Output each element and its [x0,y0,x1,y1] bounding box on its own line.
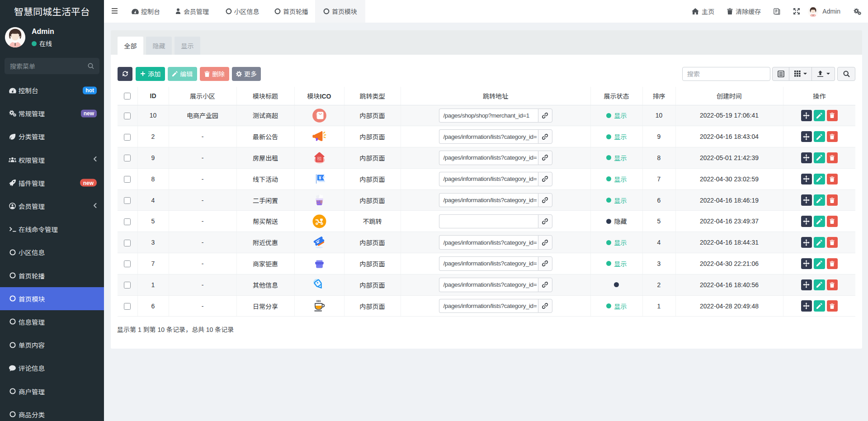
svg-text:租: 租 [317,155,322,162]
svg-text:¥: ¥ [319,175,321,180]
svg-text:二手: 二手 [316,199,323,204]
